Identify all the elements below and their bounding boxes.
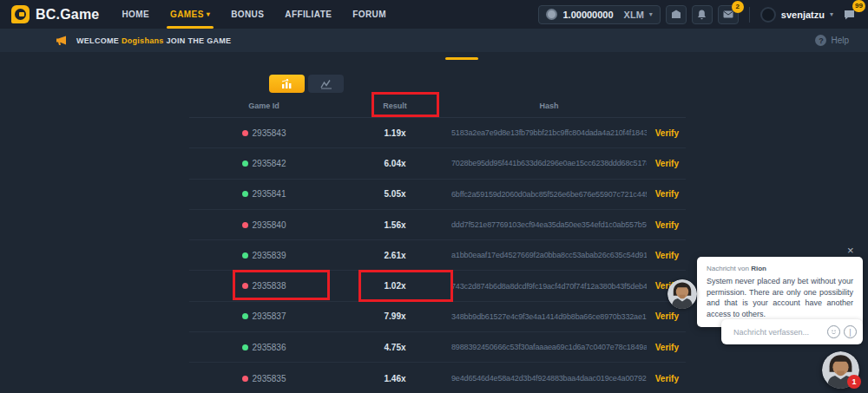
column-header-hash: Hash — [451, 102, 647, 110]
chat-close-icon[interactable]: × — [847, 244, 854, 257]
table-view-toggle[interactable] — [269, 75, 305, 93]
nav-item-affiliate[interactable]: AFFILIATE — [285, 0, 332, 29]
game-id-cell: 2935836 — [189, 343, 339, 352]
hash-value: a1bb0eaaf17ed4527669f2a0bba8cc53abab26c6… — [451, 251, 647, 259]
user-menu[interactable]: svenjatzu ▾ — [760, 7, 833, 23]
crash-history-table: Game Id Result Hash 2935843 1.19x 5183a2… — [189, 94, 686, 393]
chevron-down-icon: ▾ — [207, 10, 210, 18]
game-id: 2935835 — [253, 374, 286, 383]
game-id: 2935838 — [253, 281, 286, 291]
status-dot — [242, 160, 248, 167]
notifications-button[interactable] — [692, 5, 713, 24]
game-id: 2935841 — [253, 189, 286, 199]
chat-bubble-icon — [844, 10, 855, 20]
result-value: 6.04x — [339, 159, 451, 168]
history-view-toggles — [269, 75, 344, 93]
game-id: 2935836 — [253, 343, 286, 352]
chat-sender-line: Nachricht von Rion — [707, 265, 853, 272]
megaphone-icon — [56, 36, 68, 46]
hash-value: ddd7f521e87769103ecf94ea35da50ee354efd1c… — [451, 220, 647, 229]
balance-amount: 1.00000000 — [562, 10, 613, 20]
game-id: 2935842 — [253, 159, 286, 168]
chat-message-text: System never placed any bet without your… — [707, 276, 853, 319]
chat-launcher-avatar[interactable]: 1 — [822, 351, 859, 389]
nav-item-home[interactable]: HOME — [122, 0, 149, 29]
result-value: 1.02x — [339, 281, 451, 291]
chat-input-bar: | — [721, 319, 863, 344]
game-id: 2935837 — [253, 311, 286, 321]
verify-link[interactable]: Verify — [647, 189, 686, 199]
game-id-cell: 2935842 — [189, 159, 339, 168]
welcome-username[interactable]: Dogishans — [122, 36, 164, 45]
trend-chart-icon — [320, 79, 332, 89]
status-dot — [242, 313, 248, 319]
verify-link[interactable]: Verify — [647, 251, 686, 260]
wallet-icon — [671, 10, 681, 19]
result-value: 1.19x — [339, 128, 451, 138]
verify-link[interactable]: Verify — [647, 343, 686, 352]
result-value: 5.05x — [339, 189, 451, 199]
table-row[interactable]: 2935836 4.75x 8988392450666c53f30afaaaea… — [189, 332, 686, 363]
nav-item-bonus[interactable]: BONUS — [231, 0, 264, 29]
brand-name: BC.Game — [36, 7, 99, 23]
verify-link[interactable]: Verify — [647, 374, 686, 383]
trend-view-toggle[interactable] — [308, 75, 344, 93]
top-header: BC.Game HOME GAMES▾ BONUS AFFILIATE FORU… — [0, 0, 868, 29]
game-id: 2935839 — [253, 251, 286, 260]
verify-link[interactable]: Verify — [647, 311, 686, 321]
table-row[interactable]: 2935839 2.61x a1bb0eaaf17ed4527669f2a0bb… — [189, 240, 686, 271]
header-actions: 1.00000000 XLM ▾ 2 svenjatzu ▾ 99 — [538, 5, 868, 24]
table-row[interactable]: 2935835 1.46x 9e4d6546d4e58a42d3b4f92488… — [189, 363, 686, 393]
divider — [749, 7, 750, 23]
info-icon[interactable]: | — [844, 325, 857, 338]
chat-message-input[interactable] — [733, 328, 824, 337]
result-value: 4.75x — [339, 343, 451, 352]
game-id-cell: 2935841 — [189, 189, 339, 199]
welcome-message: WELCOME Dogishans JOIN THE GAME — [76, 36, 231, 45]
game-id-cell: 2935837 — [189, 311, 339, 321]
chat-message-card: Nachricht von Rion System never placed a… — [697, 257, 863, 327]
nav-item-forum[interactable]: FORUM — [352, 0, 386, 29]
balance-selector[interactable]: 1.00000000 XLM ▾ — [538, 5, 660, 24]
hash-value: 743c2d874b6d8a8dcdf9fc19acf4d70f74f12a38… — [451, 282, 647, 291]
chat-badge: 99 — [852, 0, 865, 12]
result-value: 1.56x — [339, 220, 451, 230]
nav-item-games[interactable]: GAMES▾ — [170, 0, 210, 29]
person-photo — [667, 279, 697, 309]
hash-value: 348bb9db61527e4c9f3e4a1414d9b8ba66ce8970… — [451, 312, 647, 321]
table-row[interactable]: 2935840 1.56x ddd7f521e87769103ecf94ea35… — [189, 210, 686, 240]
brand-logo[interactable]: BC.Game — [0, 5, 99, 23]
hash-value: 6bffc2a59159d2060d0abc85f526e6be676e5590… — [451, 190, 647, 199]
table-row[interactable]: 2935843 1.19x 5183a2ea7e9d8e13fb79bbf21b… — [189, 118, 686, 148]
table-row[interactable]: 2935842 6.04x 7028be95dd95f441b633d6d296… — [189, 148, 686, 179]
chat-sender-name: Rion — [751, 265, 766, 272]
username: svenjatzu — [781, 10, 825, 20]
hash-value: 7028be95dd95f441b633d6d296e0ae15cc6238dd… — [451, 159, 647, 167]
game-id-cell: 2935843 — [189, 128, 339, 138]
messages-button[interactable]: 2 — [718, 5, 739, 24]
verify-link[interactable]: Verify — [647, 159, 686, 168]
bell-icon — [697, 10, 707, 20]
game-id: 2935840 — [253, 220, 286, 230]
table-row[interactable]: 2935837 7.99x 348bb9db61527e4c9f3e4a1414… — [189, 302, 686, 332]
wallet-button[interactable] — [666, 5, 687, 24]
emoji-icon[interactable] — [827, 325, 840, 338]
chat-button[interactable]: 99 — [838, 5, 859, 24]
status-dot — [242, 344, 248, 350]
chevron-down-icon: ▾ — [830, 10, 833, 18]
chat-sender-avatar[interactable] — [667, 279, 697, 309]
unread-badge: 1 — [847, 375, 861, 389]
game-id-cell: 2935835 — [189, 374, 339, 383]
game-id: 2935843 — [253, 128, 286, 138]
verify-link[interactable]: Verify — [647, 128, 686, 138]
game-id-cell: 2935840 — [189, 220, 339, 230]
main-nav: HOME GAMES▾ BONUS AFFILIATE FORUM — [122, 0, 385, 29]
verify-link[interactable]: Verify — [647, 220, 686, 230]
bar-chart-icon — [281, 79, 293, 89]
help-button[interactable]: ? Help — [815, 35, 849, 46]
table-row[interactable]: 2935841 5.05x 6bffc2a59159d2060d0abc85f5… — [189, 180, 686, 210]
result-value: 2.61x — [339, 251, 451, 260]
table-row[interactable]: 2935838 1.02x 743c2d874b6d8a8dcdf9fc19ac… — [189, 271, 686, 301]
status-dot — [242, 376, 248, 382]
result-value: 7.99x — [339, 311, 451, 321]
